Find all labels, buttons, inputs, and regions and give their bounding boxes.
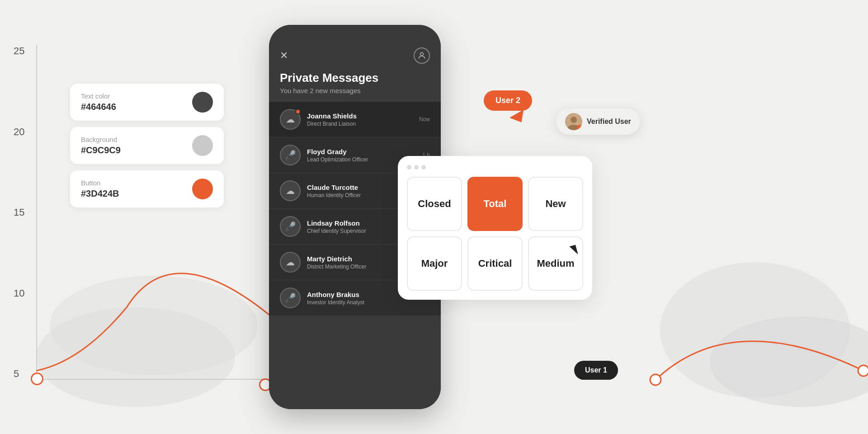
verified-check-icon: ✓ bbox=[577, 125, 582, 130]
mic-icon: 🎤 bbox=[285, 292, 296, 303]
grid-cell-critical[interactable]: Critical bbox=[467, 236, 523, 291]
phone-title-area: Private Messages You have 2 new messages bbox=[269, 71, 441, 102]
arrow-icon bbox=[509, 109, 528, 126]
dot-3 bbox=[421, 165, 426, 170]
sender-role: Investor Identity Analyst bbox=[307, 299, 419, 306]
svg-point-3 bbox=[571, 117, 577, 123]
user-avatar-icon[interactable] bbox=[414, 47, 430, 64]
grid-cell-major[interactable]: Major bbox=[407, 236, 462, 291]
cloud-icon: ☁ bbox=[286, 114, 295, 125]
unread-badge bbox=[295, 109, 301, 114]
grid-cell-new[interactable]: New bbox=[528, 177, 583, 231]
avatar: 🎤 bbox=[280, 216, 301, 237]
y-label-5: 5 bbox=[14, 368, 24, 380]
verified-label: Verified User bbox=[587, 118, 631, 126]
sender-name: Floyd Grady bbox=[307, 148, 419, 156]
text-color-label: Text color bbox=[81, 92, 116, 100]
svg-point-5 bbox=[650, 374, 661, 385]
msg-content: Joanna Shields Direct Brand Liaison bbox=[307, 112, 415, 127]
msg-time: Now bbox=[419, 116, 430, 123]
close-icon[interactable]: ✕ bbox=[280, 50, 288, 61]
right-chart-svg bbox=[642, 262, 868, 407]
cloud-icon: ☁ bbox=[286, 257, 295, 268]
avatar: ☁ bbox=[280, 180, 301, 201]
avatar: 🎤 bbox=[280, 288, 301, 308]
color-card-text: Text color #464646 bbox=[70, 84, 224, 121]
dot-1 bbox=[407, 165, 411, 170]
phone-notch bbox=[326, 25, 384, 38]
mic-icon: 🎤 bbox=[285, 150, 296, 160]
svg-point-6 bbox=[858, 365, 868, 376]
grid-cell-total[interactable]: Total bbox=[467, 177, 523, 231]
y-label-10: 10 bbox=[14, 288, 24, 299]
avatar: ☁ bbox=[280, 109, 301, 130]
chart-area: 25 20 15 10 5 bbox=[0, 0, 280, 434]
grid-cell-closed[interactable]: Closed bbox=[407, 177, 462, 231]
button-color-dot bbox=[192, 179, 213, 199]
bg-color-value: #C9C9C9 bbox=[81, 145, 121, 156]
color-cards-panel: Text color #464646 Background #C9C9C9 Bu… bbox=[70, 84, 224, 214]
grid-cells: Closed Total New Major Critical Medium bbox=[407, 177, 583, 291]
sender-name: Joanna Shields bbox=[307, 112, 415, 120]
svg-point-0 bbox=[50, 276, 258, 375]
chart-dot-left bbox=[31, 373, 43, 385]
card-grid-dots bbox=[407, 165, 583, 170]
sender-role: Direct Brand Liaison bbox=[307, 121, 415, 127]
user2-bubble: User 2 bbox=[484, 90, 532, 111]
y-label-15: 15 bbox=[14, 207, 24, 218]
list-item[interactable]: ☁ Joanna Shields Direct Brand Liaison No… bbox=[269, 102, 441, 137]
svg-point-1 bbox=[420, 52, 424, 56]
button-color-label: Button bbox=[81, 179, 119, 187]
y-label-25: 25 bbox=[14, 45, 24, 57]
text-color-dot bbox=[192, 92, 213, 113]
bg-color-label: Background bbox=[81, 136, 121, 143]
avatar: 🎤 bbox=[280, 145, 301, 165]
y-label-20: 20 bbox=[14, 126, 24, 138]
bg-color-dot bbox=[192, 135, 213, 156]
mic-icon: 🎤 bbox=[285, 221, 296, 232]
text-color-value: #464646 bbox=[81, 102, 116, 112]
avatar: ✓ bbox=[565, 113, 582, 130]
user1-bubble: User 1 bbox=[574, 361, 618, 380]
phone-subtitle: You have 2 new messages bbox=[280, 87, 430, 94]
avatar: ☁ bbox=[280, 252, 301, 273]
color-card-button: Button #3D424B bbox=[70, 170, 224, 208]
button-color-value: #3D424B bbox=[81, 189, 119, 199]
color-card-background: Background #C9C9C9 bbox=[70, 127, 224, 164]
dot-2 bbox=[414, 165, 419, 170]
chart-y-labels: 25 20 15 10 5 bbox=[14, 45, 24, 380]
verified-user-bubble: ✓ Verified User bbox=[556, 108, 640, 135]
cloud-icon: ☁ bbox=[286, 185, 295, 196]
phone-title: Private Messages bbox=[280, 71, 430, 85]
card-grid-panel: Closed Total New Major Critical Medium bbox=[398, 156, 592, 300]
